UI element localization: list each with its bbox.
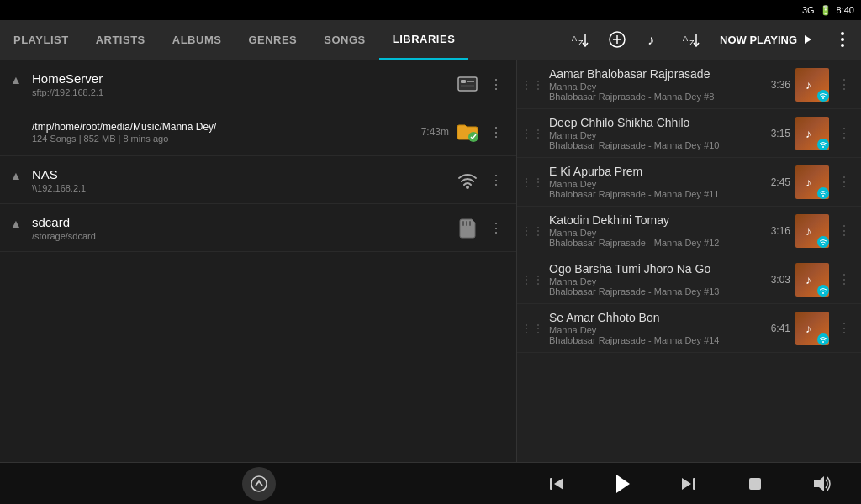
now-playing-tab[interactable]: Now playing [710,20,824,59]
song-duration-1: 3:15 [763,128,790,139]
add-icon[interactable] [599,20,636,59]
song-item-3[interactable]: ⋮⋮ Katodin Dekhini Tomay Manna Dey Bhalo… [517,207,861,255]
collapse-arrow-nas[interactable]: ▲ [10,169,24,182]
library-menu-nas[interactable]: ⋮ [486,169,506,192]
library-item-homeserver[interactable]: ▲ HomeServer sftp://192.168.2.1 ⋮ [0,60,516,108]
svg-text:♪: ♪ [806,176,811,189]
song-item-5[interactable]: ⋮⋮ Se Amar Chhoto Bon Manna Dey Bhalobas… [517,304,861,353]
svg-rect-14 [458,77,477,91]
library-menu-sdcard[interactable]: ⋮ [486,217,506,239]
library-name-sdcard: sdcard [32,215,452,229]
sort-az-icon[interactable]: A Z [562,20,599,59]
music-note-icon[interactable]: ♪ [636,20,673,59]
now-playing-icon [800,33,814,46]
song-album-0: Bhalobasar Rajprasade - Manna Dey #8 [549,92,758,102]
svg-rect-15 [461,80,466,83]
queue-up-button[interactable] [242,467,276,501]
sftp-icon [452,69,483,99]
svg-text:♪: ♪ [806,322,811,335]
song-artist-2: Manna Dey [549,179,758,189]
song-artist-5: Manna Dey [549,325,758,335]
song-thumb-4: ♪ [795,263,829,297]
song-album-3: Bhalobasar Rajprasade - Manna Dey #12 [549,238,758,248]
tab-bar: Playlist Artists Albums Genres Songs Lib… [0,20,861,60]
song-info-1: Deep Chhilo Shikha Chhilo Manna Dey Bhal… [549,116,758,150]
tab-libraries[interactable]: Libraries [379,20,469,60]
song-menu-4[interactable]: ⋮ [834,268,854,291]
battery-icon: 🔋 [820,5,832,16]
song-item-0[interactable]: ⋮⋮ Aamar Bhalobasar Rajprasade Manna Dey… [517,60,861,109]
library-menu-mannaDey[interactable]: ⋮ [486,121,506,144]
svg-point-19 [466,186,469,189]
tab-artists[interactable]: Artists [82,20,159,59]
status-bar: 3G 🔋 8:40 [0,0,861,20]
dots-svg [840,31,845,48]
stop-button[interactable] [738,467,772,501]
libraries-panel: ▲ HomeServer sftp://192.168.2.1 ⋮ [0,60,517,462]
song-thumb-1: ♪ [795,117,829,150]
song-menu-3[interactable]: ⋮ [834,219,854,242]
collapse-arrow-sdcard[interactable]: ▲ [10,217,24,230]
library-path-nas: \\192.168.2.1 [32,183,452,193]
song-item-2[interactable]: ⋮⋮ E Ki Apurba Prem Manna Dey Bhalobasar… [517,158,861,207]
svg-rect-41 [749,478,761,490]
svg-text:♪: ♪ [806,78,811,92]
tab-genres[interactable]: Genres [235,20,310,59]
svg-text:A: A [572,34,577,43]
song-thumb-2: ♪ [795,165,829,199]
tab-playlist[interactable]: Playlist [0,20,82,59]
next-button[interactable] [672,467,705,501]
svg-point-24 [822,97,824,99]
svg-point-26 [822,146,824,148]
svg-marker-38 [616,475,630,493]
library-item-mannaDey[interactable]: ▲ /tmp/home/root/media/Music/Manna Dey/ … [0,108,516,156]
song-album-1: Bhalobasar Rajprasade - Manna Dey #10 [549,140,758,150]
library-name-homeserver: HomeServer [32,71,452,86]
svg-point-34 [822,341,824,343]
song-album-2: Bhalobasar Rajprasade - Manna Dey #11 [549,189,758,199]
song-item-4[interactable]: ⋮⋮ Ogo Barsha Tumi Jhoro Na Go Manna Dey… [517,255,861,304]
sort-az-svg: A Z [571,30,589,49]
song-album-4: Bhalobasar Rajprasade - Manna Dey #13 [549,286,758,297]
play-button[interactable] [606,467,640,501]
song-menu-1[interactable]: ⋮ [834,122,854,144]
svg-point-30 [822,244,824,245]
svg-text:♪: ♪ [806,224,811,238]
library-name-nas: NAS [32,167,452,181]
library-item-nas[interactable]: ▲ NAS \\192.168.2.1 ⋮ [0,156,516,204]
overflow-menu-icon[interactable] [824,20,861,59]
song-item-1[interactable]: ⋮⋮ Deep Chhilo Shikha Chhilo Manna Dey B… [517,109,861,158]
song-info-5: Se Amar Chhoto Bon Manna Dey Bhalobasar … [549,311,758,345]
song-artist-3: Manna Dey [549,228,758,238]
collapse-arrow-homeserver[interactable]: ▲ [10,73,24,87]
song-title-0: Aamar Bhalobasar Rajprasade [549,67,758,81]
song-info-4: Ogo Barsha Tumi Jhoro Na Go Manna Dey Bh… [549,262,758,297]
song-thumb-5: ♪ [795,312,829,345]
svg-rect-21 [466,221,467,226]
song-duration-4: 3:03 [763,274,790,286]
drag-handle-5: ⋮⋮ [520,322,544,335]
song-artist-0: Manna Dey [549,81,758,92]
player-left-controls [0,467,517,501]
sort-az2-icon[interactable]: A Z [673,20,710,59]
song-duration-5: 6:41 [763,323,790,334]
library-time-mannaDey: 7:43m [421,126,449,138]
clock: 8:40 [837,5,854,15]
tab-songs[interactable]: Songs [310,20,378,59]
svg-rect-22 [469,221,471,226]
tab-albums[interactable]: Albums [159,20,235,59]
song-menu-0[interactable]: ⋮ [834,73,854,96]
svg-point-12 [841,38,844,41]
library-item-sdcard[interactable]: ▲ sdcard /storage/sdcard ⋮ [0,204,516,252]
library-path-sdcard: /storage/sdcard [32,231,452,241]
drag-handle-2: ⋮⋮ [520,176,544,189]
song-menu-5[interactable]: ⋮ [834,317,854,339]
song-duration-3: 3:16 [763,225,790,237]
previous-button[interactable] [540,467,573,501]
song-menu-2[interactable]: ⋮ [834,171,854,193]
library-menu-homeserver[interactable]: ⋮ [486,73,506,96]
volume-button[interactable] [805,467,838,501]
song-info-3: Katodin Dekhini Tomay Manna Dey Bhalobas… [549,213,758,248]
svg-rect-20 [462,221,464,226]
song-artist-4: Manna Dey [549,276,758,286]
